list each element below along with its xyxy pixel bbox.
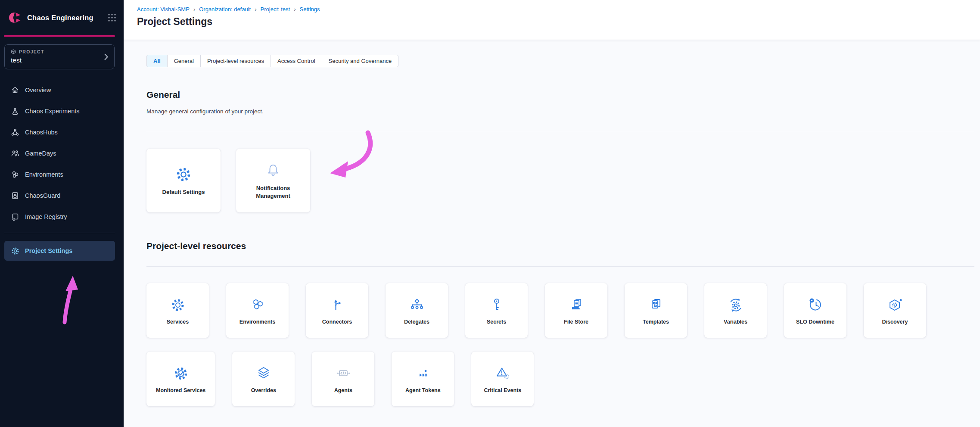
breadcrumb-account[interactable]: Account: Vishal-SMP — [137, 6, 190, 12]
card-label: Environments — [240, 318, 275, 326]
slo-downtime-card[interactable]: SLO Downtime — [784, 283, 846, 338]
general-cards: Default Settings Notifications Managemen… — [146, 149, 980, 212]
gear-icon — [175, 165, 192, 184]
tab-access-control[interactable]: Access Control — [271, 55, 322, 67]
key-icon — [489, 296, 504, 315]
tab-all[interactable]: All — [146, 55, 168, 67]
gear-icon — [170, 296, 186, 315]
stacked-pages-icon — [648, 296, 664, 315]
content-area: All General Project-level resources Acce… — [124, 40, 980, 427]
card-label: File Store — [564, 318, 588, 326]
services-card[interactable]: Services — [146, 283, 209, 338]
card-label: Variables — [724, 318, 747, 326]
breadcrumb-separator: › — [193, 6, 195, 12]
gear-sync-icon — [728, 296, 744, 315]
sidebar-item-label: Project Settings — [25, 247, 72, 254]
templates-card[interactable]: Templates — [625, 283, 687, 338]
sidebar-item-label: ChaosGuard — [25, 192, 60, 199]
tab-project-level-resources[interactable]: Project-level resources — [200, 55, 271, 67]
sidebar-item-gamedays[interactable]: GameDays — [0, 143, 124, 164]
card-label: Default Settings — [162, 188, 205, 196]
sidebar-item-image-registry[interactable]: Image Registry — [0, 206, 124, 227]
main-area: Account: Vishal-SMP › Organization: defa… — [124, 0, 980, 427]
sidebar-item-chaosguard[interactable]: ChaosGuard — [0, 185, 124, 206]
sidebar-nav: Overview Chaos Experiments ChaosHubs — [0, 79, 124, 227]
clock-icon — [807, 296, 824, 315]
breadcrumb-project[interactable]: Project: test — [261, 6, 290, 12]
settings-filter-tabs: All General Project-level resources Acce… — [146, 55, 398, 67]
section-divider — [146, 266, 974, 267]
sidebar-item-chaos-experiments[interactable]: Chaos Experiments — [0, 100, 124, 122]
sidebar: Chaos Engineering — [0, 0, 124, 427]
sidebar-item-label: GameDays — [25, 150, 56, 157]
chevron-right-icon — [104, 53, 109, 60]
branch-arrow-icon — [330, 296, 345, 315]
circles-icon — [11, 170, 19, 179]
delegates-card[interactable]: Delegates — [386, 283, 448, 338]
card-label: Agent Tokens — [405, 387, 441, 394]
section-divider — [146, 132, 974, 132]
card-label: Notifications Management — [246, 184, 300, 199]
breadcrumb: Account: Vishal-SMP › Organization: defa… — [137, 6, 980, 12]
default-settings-card[interactable]: Default Settings — [146, 149, 221, 212]
image-gear-icon — [11, 212, 19, 221]
app-grid-icon[interactable] — [107, 13, 117, 22]
card-label: Overrides — [251, 387, 276, 394]
hex-gear-icon — [887, 296, 903, 315]
sidebar-item-environments[interactable]: Environments — [0, 164, 124, 185]
sidebar-item-chaoshubs[interactable]: ChaosHubs — [0, 122, 124, 143]
breadcrumb-separator: › — [294, 6, 296, 12]
brand-accent-divider — [4, 35, 115, 37]
hierarchy-icon — [409, 296, 425, 315]
monitored-services-card[interactable]: Monitored Services — [146, 352, 215, 406]
critical-events-card[interactable]: Critical Events — [471, 352, 534, 406]
general-section-heading: General — [146, 90, 980, 100]
page-header: Account: Vishal-SMP › Organization: defa… — [124, 0, 980, 40]
sidebar-divider — [4, 233, 115, 233]
resources-section-heading: Project-level resources — [146, 241, 980, 251]
home-icon — [11, 86, 19, 94]
breadcrumb-settings[interactable]: Settings — [300, 6, 320, 12]
card-label: Connectors — [322, 318, 352, 326]
tab-general[interactable]: General — [167, 55, 201, 67]
discovery-card[interactable]: Discovery — [864, 283, 926, 338]
environments-card[interactable]: Environments — [226, 283, 289, 338]
project-name: test — [11, 56, 109, 64]
page-title: Project Settings — [137, 16, 980, 28]
sidebar-item-overview[interactable]: Overview — [0, 79, 124, 100]
file-tray-icon — [569, 296, 584, 315]
project-selector-label: PROJECT — [19, 49, 44, 54]
breadcrumb-separator: › — [255, 6, 256, 12]
tab-security-and-governance[interactable]: Security and Governance — [322, 55, 399, 67]
cube-icon — [11, 49, 16, 54]
resources-row-2: Monitored Services Overrides — [146, 352, 980, 406]
layers-icon — [255, 364, 272, 383]
hexagons-icon — [250, 296, 265, 315]
notifications-management-card[interactable]: Notifications Management — [236, 149, 310, 212]
connectors-card[interactable]: Connectors — [306, 283, 368, 338]
agent-tokens-card[interactable]: Agent Tokens — [392, 352, 454, 406]
warning-gear-icon — [495, 364, 511, 383]
resources-row-1: Services Environments — [146, 283, 980, 338]
general-section-description: Manage general configuration of your pro… — [146, 108, 980, 115]
card-label: Discovery — [882, 318, 908, 326]
gear-check-icon — [173, 364, 189, 383]
secrets-card[interactable]: Secrets — [465, 283, 528, 338]
hub-icon — [11, 128, 19, 137]
card-label: Critical Events — [484, 387, 521, 394]
bell-icon — [264, 161, 282, 180]
sidebar-item-project-settings[interactable]: Project Settings — [4, 241, 115, 261]
sidebar-item-label: Overview — [25, 87, 51, 94]
agents-card[interactable]: Agents — [312, 352, 374, 406]
card-label: Delegates — [404, 318, 429, 326]
people-icon — [11, 149, 19, 158]
card-label: Secrets — [487, 318, 506, 326]
token-dots-icon — [415, 364, 431, 383]
flask-icon — [11, 107, 19, 115]
breadcrumb-organization[interactable]: Organization: default — [199, 6, 251, 12]
file-store-card[interactable]: File Store — [545, 283, 607, 338]
variables-card[interactable]: Variables — [704, 283, 767, 338]
project-selector[interactable]: PROJECT test — [4, 44, 115, 69]
sidebar-item-label: Environments — [25, 171, 63, 178]
overrides-card[interactable]: Overrides — [232, 352, 295, 406]
